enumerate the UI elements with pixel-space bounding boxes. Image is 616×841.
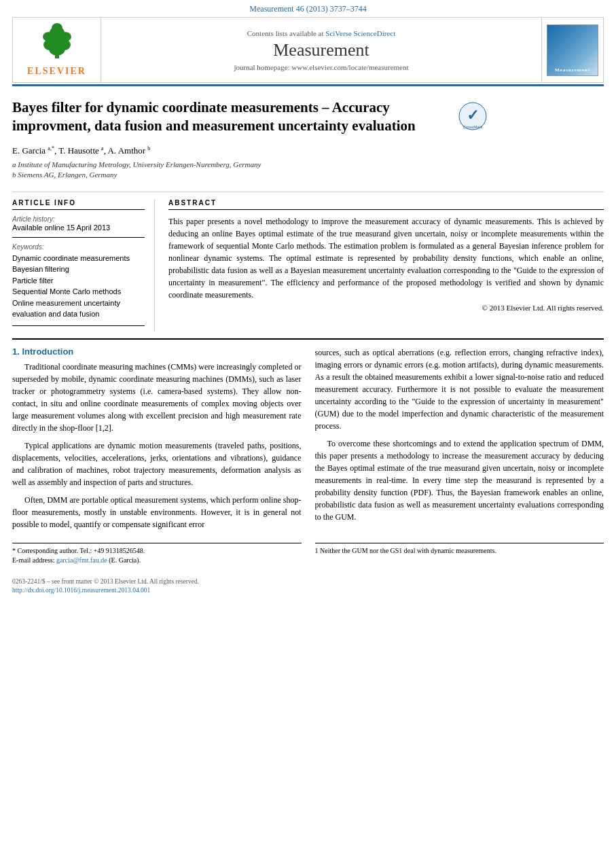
journal-header: ELSEVIER Contents lists available at Sci… bbox=[12, 17, 604, 83]
intro-para3: Often, DMM are portable optical measurem… bbox=[12, 494, 302, 531]
body-right-col: sources, such as optical aberrations (e.… bbox=[315, 346, 604, 536]
citation-bar: Measurement 46 (2013) 3737–3744 bbox=[0, 0, 616, 17]
article-header-section: Bayes filter for dynamic coordinate meas… bbox=[12, 86, 604, 187]
svg-point-8 bbox=[52, 23, 62, 33]
email-label: E-mail address: bbox=[12, 556, 54, 564]
journal-homepage: journal homepage: www.elsevier.com/locat… bbox=[234, 63, 408, 71]
license-note: 0263-2241/$ – see front matter © 2013 El… bbox=[12, 577, 302, 586]
corresponding-author-note: * Corresponding author. Tel.: +49 913185… bbox=[12, 546, 302, 556]
info-abstract-section: ARTICLE INFO Article history: Available … bbox=[12, 192, 604, 332]
abstract-col: ABSTRACT This paper presents a novel met… bbox=[168, 199, 604, 332]
keyword-3: Particle filter bbox=[12, 275, 145, 287]
col-divider-kw-bottom bbox=[12, 325, 145, 326]
elsevier-tree-icon bbox=[37, 23, 77, 60]
copyright-line: © 2013 Elsevier Ltd. All rights reserved… bbox=[168, 304, 604, 312]
footnote-1: 1 Neither the GUM nor the GS1 deal with … bbox=[315, 546, 604, 556]
affiliation-a: a Institute of Manufacturing Metrology, … bbox=[12, 160, 604, 168]
abstract-text: This paper presents a novel methodology … bbox=[168, 215, 604, 301]
article-history-label: Article history: bbox=[12, 215, 145, 223]
email-line: E-mail address: garcia@fmt.fau.de (E. Ga… bbox=[12, 556, 302, 565]
authors-line: E. Garcia a,*, T. Hausotte a, A. Amthor … bbox=[12, 145, 604, 156]
keyword-1: Dynamic coordinate measurements bbox=[12, 253, 145, 264]
author-garcia: E. Garcia a,*, T. Hausotte a, A. Amthor … bbox=[12, 145, 150, 156]
keywords-label: Keywords: bbox=[12, 243, 145, 251]
article-info-heading: ARTICLE INFO bbox=[12, 199, 145, 207]
intro-heading: 1. Introduction bbox=[12, 346, 302, 357]
publisher-logo-area: ELSEVIER bbox=[13, 18, 101, 82]
keyword-4: Sequential Monte Carlo methods bbox=[12, 286, 145, 298]
col-divider-kw bbox=[12, 237, 145, 238]
svg-text:✓: ✓ bbox=[467, 107, 479, 124]
affiliation-b: b Siemens AG, Erlangen, Germany bbox=[12, 171, 604, 179]
journal-title: Measurement bbox=[273, 40, 369, 60]
journal-cover-image: Measurement bbox=[542, 18, 603, 82]
footer-right: 1 Neither the GUM nor the GS1 deal with … bbox=[315, 543, 604, 596]
abstract-heading: ABSTRACT bbox=[168, 199, 604, 207]
sciverse-link[interactable]: SciVerse ScienceDirect bbox=[325, 29, 395, 37]
keywords-list: Dynamic coordinate measurements Bayesian… bbox=[12, 253, 145, 320]
footer-left: * Corresponding author. Tel.: +49 913185… bbox=[12, 543, 302, 596]
citation-text: Measurement 46 (2013) 3737–3744 bbox=[249, 4, 366, 14]
article-info-col: ARTICLE INFO Article history: Available … bbox=[12, 199, 155, 332]
crossmark-icon: ✓ CrossMark bbox=[458, 101, 488, 131]
col-divider-abstract bbox=[168, 209, 604, 210]
corresponding-author-text: * Corresponding author. Tel.: +49 913185… bbox=[12, 547, 145, 554]
elsevier-wordmark: ELSEVIER bbox=[27, 66, 86, 77]
journal-center-header: Contents lists available at SciVerse Sci… bbox=[101, 18, 542, 82]
cover-thumbnail: Measurement bbox=[547, 24, 598, 76]
title-row: Bayes filter for dynamic coordinate meas… bbox=[12, 99, 604, 136]
intro-para1: Traditional coordinate measuring machine… bbox=[12, 361, 302, 434]
keyword-2: Bayesian filtering bbox=[12, 264, 145, 275]
copyright-footer: 0263-2241/$ – see front matter © 2013 El… bbox=[12, 577, 302, 596]
article-title: Bayes filter for dynamic coordinate meas… bbox=[12, 99, 447, 136]
body-section: 1. Introduction Traditional coordinate m… bbox=[12, 338, 604, 536]
intro-para4: sources, such as optical aberrations (e.… bbox=[315, 346, 604, 432]
email-suffix: (E. Garcia). bbox=[109, 556, 141, 564]
email-link[interactable]: garcia@fmt.fau.de bbox=[56, 556, 107, 564]
svg-text:CrossMark: CrossMark bbox=[463, 125, 483, 129]
keyword-5: Online measurement uncertainty evaluatio… bbox=[12, 298, 145, 320]
intro-para5: To overcome these shortcomings and to ex… bbox=[315, 437, 604, 523]
intro-para2: Typical applications are dynamic motion … bbox=[12, 440, 302, 488]
doi-link[interactable]: http://dx.doi.org/10.1016/j.measurement.… bbox=[12, 586, 302, 595]
body-left-col: 1. Introduction Traditional coordinate m… bbox=[12, 346, 302, 536]
elsevier-logo: ELSEVIER bbox=[27, 23, 86, 77]
col-divider-info bbox=[12, 209, 145, 210]
available-online-value: Available online 15 April 2013 bbox=[12, 223, 145, 232]
footer-two-col: * Corresponding author. Tel.: +49 913185… bbox=[12, 543, 604, 596]
body-two-col: 1. Introduction Traditional coordinate m… bbox=[12, 346, 604, 536]
sciverse-line: Contents lists available at SciVerse Sci… bbox=[247, 29, 395, 37]
